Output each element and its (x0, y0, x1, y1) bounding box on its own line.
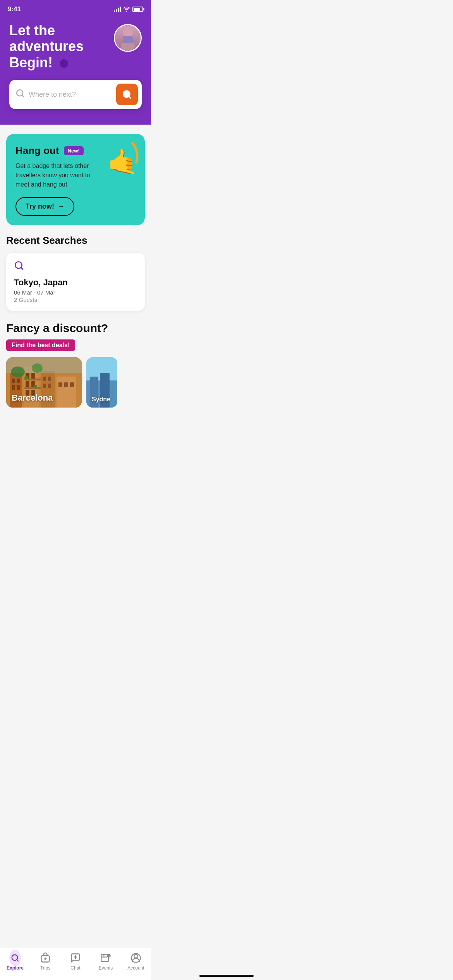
search-card-guests: 2 Guests (14, 296, 137, 303)
status-bar: 9:41 (0, 0, 151, 16)
svg-rect-12 (12, 379, 15, 383)
try-now-button[interactable]: Try now! → (15, 197, 74, 216)
signal-icon (114, 7, 121, 12)
svg-rect-14 (12, 385, 15, 390)
svg-rect-30 (43, 384, 46, 388)
deal-card-sydney-label: Sydne (92, 396, 110, 403)
svg-rect-13 (17, 379, 20, 383)
svg-point-37 (11, 367, 25, 377)
deals-badge[interactable]: Find the best deals! (6, 339, 75, 351)
svg-line-6 (129, 96, 131, 98)
svg-line-9 (21, 267, 23, 269)
status-time: 9:41 (8, 5, 21, 13)
svg-rect-2 (123, 36, 133, 43)
search-input[interactable]: Where to next? (29, 91, 116, 99)
hangout-description: Get a badge that lets other travellers k… (15, 161, 94, 189)
deal-card-sydney[interactable]: Sydne (86, 357, 117, 408)
deal-card-barcelona-label: Barcelona (12, 393, 53, 403)
svg-rect-18 (31, 373, 35, 379)
svg-point-26 (34, 385, 37, 388)
svg-rect-31 (48, 384, 51, 388)
svg-text:🤙: 🤙 (107, 147, 139, 174)
search-card-icon (14, 260, 137, 273)
svg-rect-41 (90, 377, 98, 408)
hangout-banner: Hang out New! Get a badge that lets othe… (6, 134, 145, 225)
svg-rect-28 (43, 377, 46, 381)
svg-rect-15 (17, 385, 20, 390)
svg-rect-34 (64, 382, 68, 387)
wifi-icon (123, 7, 130, 12)
arrow-icon: → (57, 202, 64, 211)
svg-line-4 (22, 95, 24, 97)
search-card-dates: 06 Mar - 07 Mar (14, 289, 137, 296)
search-bar[interactable]: Where to next? (9, 80, 142, 109)
hero-section: Let the adventures Begin! Where to next? (0, 16, 151, 125)
search-button[interactable] (116, 84, 138, 105)
hero-title: Let the adventures Begin! (9, 22, 114, 70)
svg-rect-29 (48, 377, 51, 381)
svg-point-38 (32, 363, 43, 373)
search-card-city: Tokyo, Japan (14, 278, 137, 288)
status-icons (114, 7, 143, 12)
recent-searches-title: Recent Searches (6, 235, 145, 247)
svg-point-0 (123, 27, 133, 38)
svg-rect-32 (57, 377, 76, 408)
deal-cards-row: Barcelona Sydne (0, 357, 151, 408)
svg-point-25 (24, 376, 28, 380)
svg-rect-24 (24, 387, 41, 389)
main-content: Hang out New! Get a badge that lets othe… (0, 134, 151, 442)
dot-decoration (60, 59, 68, 68)
discount-title: Fancy a discount? (6, 322, 145, 335)
svg-rect-35 (70, 382, 74, 387)
deal-card-barcelona[interactable]: Barcelona (6, 357, 82, 408)
search-icon-left (15, 89, 25, 100)
hand-wave-decoration: 🤙 (105, 139, 140, 174)
avatar[interactable] (114, 24, 142, 52)
svg-rect-19 (26, 381, 29, 387)
battery-icon (132, 7, 143, 12)
recent-search-card[interactable]: Tokyo, Japan 06 Mar - 07 Mar 2 Guests (6, 253, 145, 311)
new-badge: New! (64, 146, 84, 155)
svg-rect-33 (58, 382, 62, 387)
hangout-title: Hang out (15, 145, 59, 157)
